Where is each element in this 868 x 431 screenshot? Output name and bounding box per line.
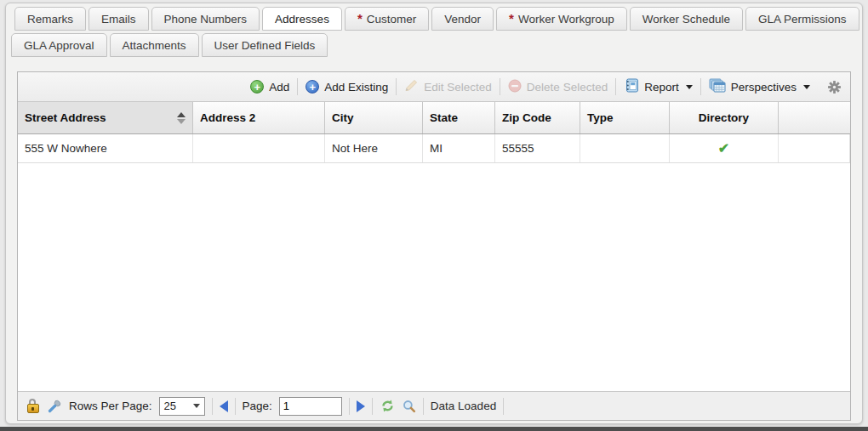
settings-gear-button[interactable] [827, 80, 842, 94]
tab-user-defined-fields[interactable]: User Defined Fields [202, 33, 328, 57]
column-header-zip-code[interactable]: Zip Code [495, 102, 580, 133]
chevron-down-icon [193, 404, 200, 408]
cell-blank [779, 134, 850, 162]
footer-divider [349, 398, 350, 415]
footer-divider [503, 398, 504, 415]
cell-city: Not Here [325, 134, 423, 162]
column-header-label: State [430, 111, 458, 124]
tab-remarks[interactable]: Remarks [14, 7, 86, 31]
toolbar-divider [500, 78, 500, 95]
sort-icon[interactable] [177, 112, 186, 124]
tab-phone-numbers[interactable]: Phone Numbers [151, 7, 260, 31]
add-button-label: Add [269, 81, 289, 94]
report-button-label: Report [644, 81, 679, 94]
toolbar-divider [615, 78, 616, 95]
rows-per-page-select[interactable]: 25 [159, 397, 205, 416]
column-header-directory[interactable]: Directory [670, 102, 779, 133]
perspectives-button-label: Perspectives [731, 81, 797, 94]
tab-row-1: Remarks Emails Phone Numbers Addresses *… [6, 7, 862, 32]
next-page-button[interactable] [357, 400, 365, 412]
delete-icon [508, 79, 522, 95]
cell-state: MI [423, 134, 495, 162]
tab-addresses[interactable]: Addresses [262, 7, 342, 31]
toolbar-divider [700, 78, 701, 95]
column-header-street-address[interactable]: Street Address [18, 102, 193, 133]
tab-gla-permissions[interactable]: GLA Permissions [745, 7, 859, 31]
column-header-label: Street Address [25, 111, 106, 124]
perspectives-button[interactable]: Perspectives [709, 78, 810, 95]
lock-icon[interactable] [26, 399, 41, 413]
footer-divider [212, 398, 213, 415]
column-header-state[interactable]: State [423, 102, 495, 133]
wrench-icon[interactable] [48, 399, 62, 413]
page-label: Page: [243, 400, 272, 412]
table-row[interactable]: 555 W Nowhere Not Here MI 55555 ✔ [18, 134, 850, 163]
prev-page-button[interactable] [220, 400, 228, 412]
add-icon: + [250, 80, 264, 94]
table-header-row: Street Address Address 2 City State Zip … [18, 102, 850, 134]
perspectives-icon [709, 78, 726, 95]
tab-label: User Defined Fields [214, 39, 316, 52]
add-existing-icon: + [306, 80, 319, 94]
search-icon [403, 400, 416, 413]
directory-check-icon: ✔ [718, 140, 729, 156]
tab-label: Vendor [444, 13, 481, 26]
tab-customer[interactable]: * Customer [345, 7, 429, 31]
tab-gla-approval[interactable]: GLA Approval [11, 33, 107, 57]
tab-worker-workgroup[interactable]: * Worker Workgroup [496, 7, 627, 31]
toolbar-divider [297, 78, 298, 95]
tab-vendor[interactable]: Vendor [431, 7, 494, 31]
cell-street-address: 555 W Nowhere [18, 134, 193, 162]
grid-toolbar: + Add + Add Existing Edit Selected [18, 72, 850, 102]
cell-type [580, 134, 670, 162]
column-header-type[interactable]: Type [580, 102, 670, 133]
addresses-grid: + Add + Add Existing Edit Selected [17, 71, 851, 421]
rows-per-page-label: Rows Per Page: [69, 400, 152, 412]
footer-divider [423, 398, 424, 415]
report-button[interactable]: Report [624, 78, 693, 95]
tab-label: GLA Permissions [758, 13, 847, 26]
grid-footer: Rows Per Page: 25 Page: [18, 391, 850, 420]
column-header-label: Type [587, 111, 614, 124]
column-header-city[interactable]: City [325, 102, 423, 133]
column-header-blank [779, 102, 850, 133]
delete-selected-label: Delete Selected [527, 81, 608, 94]
tab-label: Addresses [275, 13, 329, 26]
search-button[interactable] [403, 400, 416, 413]
gear-icon [827, 80, 842, 94]
window-bottom-edge [0, 427, 868, 431]
add-existing-button-label: Add Existing [324, 81, 388, 94]
add-button[interactable]: + Add [250, 80, 289, 94]
column-header-label: City [332, 111, 354, 124]
column-header-label: Address 2 [200, 111, 255, 124]
column-header-label: Zip Code [502, 111, 551, 124]
rows-per-page-value: 25 [164, 400, 176, 412]
tab-attachments[interactable]: Attachments [110, 33, 199, 57]
footer-divider [372, 398, 373, 415]
cell-directory: ✔ [670, 134, 779, 162]
tab-label: Worker Schedule [642, 13, 730, 26]
report-icon [624, 78, 639, 95]
required-marker-icon: * [509, 14, 514, 23]
tab-row-2: GLA Approval Attachments User Defined Fi… [6, 33, 862, 59]
tab-worker-schedule[interactable]: Worker Schedule [630, 7, 743, 31]
edit-selected-button[interactable]: Edit Selected [404, 78, 492, 95]
addresses-screen: Remarks Emails Phone Numbers Addresses *… [0, 0, 868, 431]
cell-zip-code: 55555 [495, 134, 580, 162]
tab-label: Phone Numbers [164, 13, 248, 26]
page-input[interactable] [279, 397, 342, 416]
footer-divider [235, 398, 236, 415]
toolbar-divider [396, 78, 397, 95]
delete-selected-button[interactable]: Delete Selected [508, 79, 608, 95]
chevron-down-icon [686, 85, 693, 89]
chevron-down-icon [803, 85, 810, 89]
tab-label: Attachments [123, 39, 186, 52]
add-existing-button[interactable]: + Add Existing [306, 80, 388, 94]
tab-label: Customer [367, 13, 417, 26]
refresh-button[interactable] [380, 399, 396, 413]
pencil-icon [404, 78, 419, 95]
edit-selected-label: Edit Selected [424, 81, 492, 94]
tab-emails[interactable]: Emails [89, 7, 149, 31]
column-header-address-2[interactable]: Address 2 [193, 102, 325, 133]
cell-address-2 [193, 134, 325, 162]
